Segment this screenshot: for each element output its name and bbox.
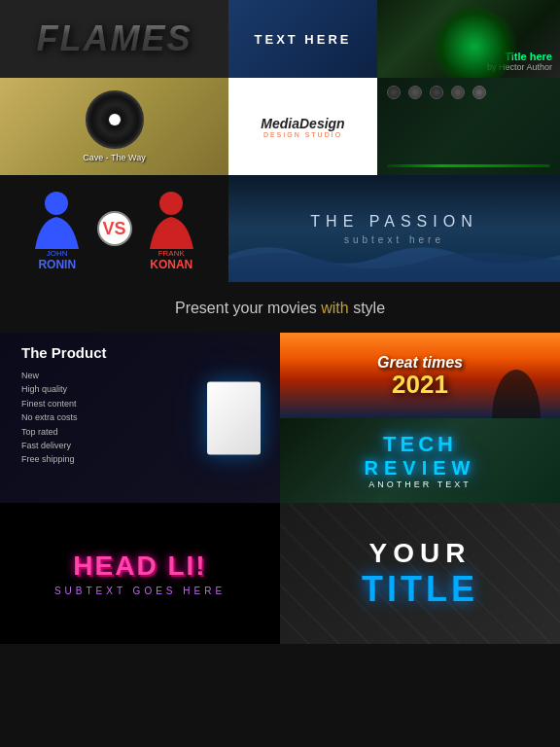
list-item: No extra costs xyxy=(21,410,78,424)
svg-point-1 xyxy=(159,192,183,215)
tech-review-sub: ANOTHER TEXT xyxy=(365,480,476,489)
tech-review-thumbnail[interactable]: TECH REVIEW ANOTHER TEXT xyxy=(280,418,560,503)
headline-thumbnail[interactable]: HEAD LI! SUBTEXT GOES HERE xyxy=(0,503,280,644)
vinyl-record xyxy=(86,90,144,149)
product-thumbnail[interactable]: The Product New High quality Finest cont… xyxy=(0,333,280,503)
vinyl-label: Cave - The Way xyxy=(83,153,146,162)
promo-text-1: Present your movies xyxy=(175,300,321,316)
promo-text-2: with xyxy=(321,300,348,316)
media-design-sub: DESIGN STUDIO xyxy=(263,131,342,138)
right-column-bottom: Great times 2021 TECH REVIEW ANOTHER TEX… xyxy=(280,333,560,503)
product-title: The Product xyxy=(21,344,107,361)
great-times-thumbnail[interactable]: Great times 2021 xyxy=(280,333,560,418)
product-box-image xyxy=(207,381,261,454)
product-list: New High quality Finest content No extra… xyxy=(21,369,78,467)
your-word: YOUR xyxy=(369,538,472,569)
tech-review-line2: REVIEW xyxy=(365,457,476,480)
flames-thumbnail[interactable]: FLAMES xyxy=(0,0,228,78)
text-here-label: TEXT HERE xyxy=(255,32,352,47)
mixer-thumbnail[interactable] xyxy=(377,78,560,175)
your-title-thumbnail[interactable]: YOUR TITLE xyxy=(280,503,560,644)
vs-left-name: JOHN RONIN xyxy=(38,249,76,271)
vs-badge: VS xyxy=(97,211,132,246)
media-design-text: MediaDesign xyxy=(261,116,344,131)
vs-right-name: FRANK KONAN xyxy=(150,249,192,271)
vinyl-thumbnail[interactable]: Cave - The Way xyxy=(0,78,228,175)
text-here-thumbnail[interactable]: TEXT HERE xyxy=(228,0,377,78)
list-item: Fast delivery xyxy=(21,439,78,452)
vinyl-center xyxy=(109,114,121,125)
tech-title: TECH xyxy=(365,432,476,457)
list-item: High quality xyxy=(21,382,78,396)
promo-bar: Present your movies with style xyxy=(0,282,560,333)
title-here-thumbnail[interactable]: Title here by Hector Author xyxy=(377,0,560,78)
vs-right-fighter: FRANK KONAN xyxy=(145,186,198,271)
vs-left-fighter: JOHN RONIN xyxy=(30,186,84,271)
passion-thumbnail[interactable]: THE PASSION subtext here xyxy=(228,175,560,282)
media-design-thumbnail[interactable]: MediaDesign DESIGN STUDIO xyxy=(228,78,377,175)
list-item: Finest content xyxy=(21,397,78,410)
svg-point-0 xyxy=(45,192,68,215)
headline-title: HEAD LI! xyxy=(73,551,206,582)
vs-thumbnail[interactable]: JOHN RONIN VS FRANK KONAN xyxy=(0,175,228,282)
list-item: Top rated xyxy=(21,425,78,439)
list-item: New xyxy=(21,369,78,382)
flames-text: FLAMES xyxy=(37,18,192,59)
promo-text-3: style xyxy=(349,300,385,316)
passion-title: THE PASSION xyxy=(310,213,477,231)
title-word: TITLE xyxy=(362,569,478,610)
headline-sub: SUBTEXT GOES HERE xyxy=(54,586,226,596)
list-item: Free shipping xyxy=(21,452,78,466)
great-times-year: 2021 xyxy=(377,372,463,397)
